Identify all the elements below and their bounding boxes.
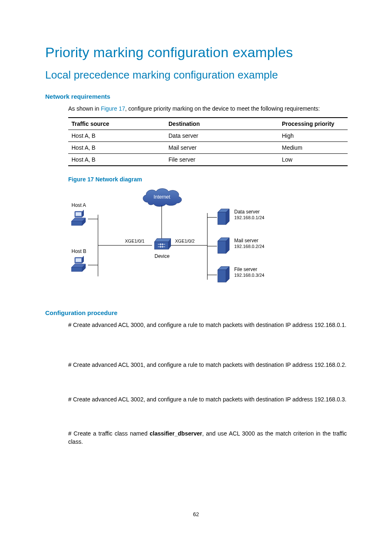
link-line [98, 245, 152, 246]
link-line [207, 217, 217, 218]
section-network-requirements: Network requirements [45, 93, 347, 100]
table-row: Host A, B Mail server Medium [68, 141, 348, 153]
svg-marker-8 [82, 210, 84, 217]
figure-link[interactable]: Figure 17 [101, 105, 125, 112]
mail-server-label: Mail server [234, 238, 258, 243]
cell: Medium [279, 141, 348, 153]
col-destination: Destination [165, 118, 279, 130]
mail-server-ip: 192.168.0.2/24 [234, 244, 264, 249]
svg-marker-0 [154, 239, 171, 242]
section-configuration-procedure: Configuration procedure [45, 309, 347, 316]
col-traffic-source: Traffic source [68, 118, 165, 130]
page: Priority marking configuration examples … [0, 0, 392, 533]
cell: Host A, B [68, 153, 165, 166]
host-a-label: Host A [71, 202, 86, 208]
bus-line [98, 215, 98, 276]
file-server-ip: 192.168.0.3/24 [234, 273, 264, 278]
procedure-step: # Create a traffic class named classifie… [68, 430, 347, 446]
svg-rect-4 [71, 221, 82, 225]
internet-label: Internet [154, 194, 171, 200]
page-subtitle: Local precedence marking configuration e… [45, 69, 347, 81]
intro-post: , configure priority marking on the devi… [125, 105, 320, 112]
xge1-label: XGE1/0/1 [125, 239, 145, 243]
cell: Mail server [165, 141, 279, 153]
host-b-icon [69, 255, 89, 275]
figure-caption: Figure 17 Network diagram [68, 176, 347, 183]
file-server-label: File server [234, 266, 257, 272]
link-line [88, 219, 98, 219]
svg-rect-1 [154, 242, 168, 249]
procedure-body: # Create advanced ACL 3000, and configur… [68, 321, 347, 446]
xge2-label: XGE1/0/2 [175, 239, 195, 243]
section-body: As shown in Figure 17, configure priorit… [68, 105, 347, 293]
link-line [207, 275, 217, 275]
data-server-ip: 192.168.0.1/24 [234, 215, 264, 220]
page-title: Priority marking configuration examples [45, 44, 347, 60]
data-server-label: Data server [234, 209, 260, 215]
link-line [207, 246, 217, 246]
host-b-label: Host B [71, 248, 86, 254]
p4-pre: # Create a traffic class named [68, 430, 150, 437]
file-server-icon [217, 266, 230, 284]
col-priority: Processing priority [279, 118, 348, 130]
p4-bold: classifier_dbserver [150, 430, 202, 437]
procedure-step: # Create advanced ACL 3002, and configur… [68, 396, 347, 404]
page-number: 62 [0, 511, 392, 517]
requirements-table: Traffic source Destination Processing pr… [68, 117, 348, 166]
table-header-row: Traffic source Destination Processing pr… [68, 118, 348, 130]
internet-cloud: Internet [140, 187, 184, 207]
intro-paragraph: As shown in Figure 17, configure priorit… [68, 105, 347, 113]
mail-server-icon [217, 237, 230, 255]
procedure-step: # Create advanced ACL 3000, and configur… [68, 321, 347, 329]
procedure-step: # Create advanced ACL 3001, and configur… [68, 361, 347, 369]
cell: Low [279, 153, 348, 166]
link-line [88, 265, 98, 265]
data-server-icon [217, 208, 230, 226]
cell: Host A, B [68, 130, 165, 141]
cell: Host A, B [68, 141, 165, 153]
intro-pre: As shown in [68, 105, 101, 112]
cell: High [279, 130, 348, 141]
host-a-icon [69, 209, 89, 229]
svg-rect-10 [71, 267, 82, 271]
table-row: Host A, B File server Low [68, 153, 348, 166]
link-line [161, 206, 162, 239]
svg-rect-13 [76, 258, 81, 262]
svg-rect-19 [218, 241, 226, 253]
svg-rect-16 [218, 212, 226, 225]
svg-marker-14 [82, 256, 84, 263]
table-row: Host A, B Data server High [68, 130, 348, 141]
cell: File server [165, 153, 279, 166]
link-line [171, 245, 207, 246]
device-label: Device [154, 253, 170, 259]
device-icon [152, 238, 171, 253]
network-diagram: Internet Device [68, 186, 286, 293]
cell: Data server [165, 130, 279, 141]
svg-rect-22 [218, 270, 226, 282]
svg-rect-7 [76, 212, 81, 216]
